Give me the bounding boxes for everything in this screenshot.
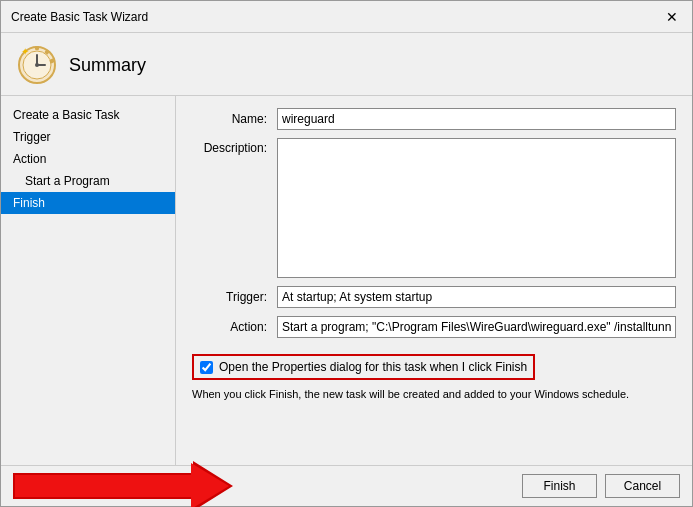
footer: Finish Cancel <box>1 465 692 506</box>
sidebar-item-trigger[interactable]: Trigger <box>1 126 175 148</box>
sidebar-item-create-basic-task[interactable]: Create a Basic Task <box>1 104 175 126</box>
action-input[interactable] <box>277 316 676 338</box>
trigger-input[interactable] <box>277 286 676 308</box>
dialog-title: Summary <box>69 55 146 76</box>
description-row: Description: <box>192 138 676 278</box>
info-text: When you click Finish, the new task will… <box>192 388 676 400</box>
arrow-container <box>13 461 233 507</box>
svg-marker-10 <box>15 463 229 507</box>
content-area: Create a Basic Task Trigger Action Start… <box>1 96 692 465</box>
svg-text:✦: ✦ <box>21 46 29 57</box>
svg-rect-5 <box>35 46 39 50</box>
title-bar: Create Basic Task Wizard ✕ <box>1 1 692 33</box>
action-row: Action: <box>192 316 676 338</box>
name-row: Name: <box>192 108 676 130</box>
trigger-row: Trigger: <box>192 286 676 308</box>
description-label: Description: <box>192 138 277 155</box>
dialog-header: ✦ Summary <box>1 33 692 96</box>
finish-arrow <box>13 461 233 507</box>
task-wizard-icon: ✦ <box>17 45 57 85</box>
sidebar-item-finish[interactable]: Finish <box>1 192 175 214</box>
app-title: Create Basic Task Wizard <box>11 10 148 24</box>
properties-dialog-checkbox-row: Open the Properties dialog for this task… <box>192 354 535 380</box>
finish-button[interactable]: Finish <box>522 474 597 498</box>
header-icon: ✦ <box>17 45 57 85</box>
sidebar-item-action[interactable]: Action <box>1 148 175 170</box>
cancel-button[interactable]: Cancel <box>605 474 680 498</box>
open-properties-label[interactable]: Open the Properties dialog for this task… <box>219 360 527 374</box>
description-input[interactable] <box>277 138 676 278</box>
name-input[interactable] <box>277 108 676 130</box>
main-content: Name: Description: Trigger: Action: <box>176 96 692 465</box>
name-label: Name: <box>192 112 277 126</box>
close-button[interactable]: ✕ <box>662 7 682 27</box>
svg-point-4 <box>35 63 39 67</box>
sidebar: Create a Basic Task Trigger Action Start… <box>1 96 176 465</box>
action-label: Action: <box>192 320 277 334</box>
open-properties-checkbox[interactable] <box>200 361 213 374</box>
sidebar-item-start-program[interactable]: Start a Program <box>1 170 175 192</box>
dialog-window: Create Basic Task Wizard ✕ ✦ Summary <box>0 0 693 507</box>
trigger-label: Trigger: <box>192 290 277 304</box>
